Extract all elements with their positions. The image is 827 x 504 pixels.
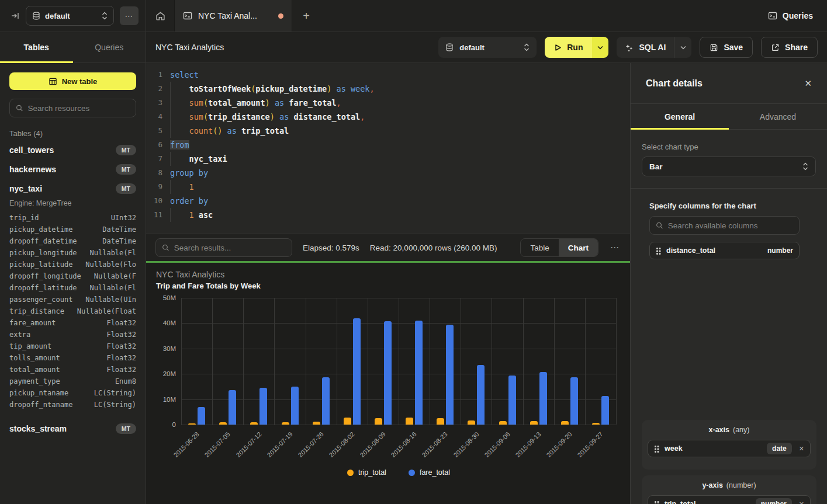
column-name: trip_distance [9, 307, 64, 315]
gridline-v [337, 298, 337, 425]
results-toolbar: Elapsed: 0.579s Read: 20,000,000 rows (2… [146, 234, 630, 261]
tab-general[interactable]: General [631, 104, 729, 129]
bar-fare_total [229, 390, 236, 425]
sidebar: New table Tables (4) cell_towers MT hack… [0, 63, 146, 504]
elapsed-stat: Elapsed: 0.579s [303, 244, 359, 252]
legend-dot [347, 470, 354, 476]
share-icon [771, 43, 780, 52]
home-icon[interactable] [146, 0, 174, 32]
column-row-tip_amount: tip_amountFloat32 [9, 340, 136, 352]
x-axis-box: x-axis(any) weekdate✕ [642, 420, 816, 470]
save-button[interactable]: Save [700, 37, 753, 58]
database-icon [32, 12, 40, 20]
column-row-fare_amount: fare_amountFloat32 [9, 317, 136, 329]
sidebar-more-button[interactable]: ⋯ [120, 6, 139, 25]
bar-trip_total [188, 423, 196, 425]
gridline-v [461, 298, 461, 425]
new-table-button[interactable]: New table [9, 72, 136, 90]
line-number: 7 [146, 152, 162, 166]
view-chart-button[interactable]: Chart [559, 239, 598, 256]
line-number: 10 [146, 194, 162, 208]
editor-line-11: 11 1 asc [146, 208, 630, 222]
tab-queries[interactable]: Queries [73, 32, 146, 62]
x-tick-label: 2015-09-20 [545, 430, 573, 458]
gridline-v [306, 298, 306, 425]
sidebar-database-select[interactable]: default [26, 6, 114, 26]
line-number: 3 [146, 96, 162, 110]
run-options-button[interactable] [592, 37, 608, 58]
updown-chevron-icon [524, 43, 530, 51]
query-terminal-icon [183, 11, 192, 20]
tab-tables[interactable]: Tables [0, 32, 73, 62]
editor-line-3: 3 sum(total_amount) as fare_total, [146, 96, 630, 110]
line-number: 5 [146, 124, 162, 138]
column-chip-distance_total[interactable]: distance_totalnumber [649, 242, 800, 259]
collapse-sidebar-icon[interactable] [11, 11, 20, 20]
column-row-tolls_amount: tolls_amountFloat32 [9, 352, 136, 364]
bar-fare_total [198, 407, 205, 425]
drag-handle-icon[interactable] [656, 247, 660, 254]
results-search-input[interactable] [174, 244, 286, 252]
column-name: pickup_longitude [9, 249, 77, 257]
results-more-button[interactable]: ⋯ [609, 242, 621, 253]
panel-body: Select chart type Bar Specify columns fo… [631, 130, 827, 504]
drag-handle-icon[interactable] [654, 500, 659, 504]
bar-trip_total [437, 418, 444, 425]
sql-ai-button[interactable]: SQL AI [617, 37, 674, 58]
column-row-dropoff_ntaname: dropoff_ntanameLC(String) [9, 399, 136, 411]
toolbar-database-select[interactable]: default [438, 37, 537, 58]
table-row-stocks-stream[interactable]: stocks_stream MT [9, 419, 136, 438]
x-tick-label: 2015-08-23 [421, 430, 449, 458]
column-row-dropoff_latitude: dropoff_latitudeNullable(Fl [9, 282, 136, 294]
table-icon [49, 77, 57, 86]
column-chip-trip_total[interactable]: trip_totalnumber✕ [648, 495, 811, 504]
tab-nyc-taxi-analytics[interactable]: NYC Taxi Anal... [174, 0, 292, 32]
queries-button[interactable]: Queries [754, 0, 827, 32]
sidebar-search [9, 99, 136, 117]
legend-item-fare_total[interactable]: fare_total [409, 468, 450, 477]
sql-editor[interactable]: 1select2 toStartOfWeek(pickup_datetime) … [146, 63, 630, 234]
drag-handle-icon[interactable] [654, 445, 659, 452]
new-tab-button[interactable]: + [292, 0, 320, 32]
chart-type-select[interactable]: Bar [642, 157, 816, 176]
remove-icon[interactable]: ✕ [798, 500, 804, 504]
gridline-v [430, 298, 430, 425]
gridline-v [492, 298, 492, 425]
queries-terminal-icon [768, 11, 777, 20]
editor-line-4: 4 sum(trip_distance) as distance_total, [146, 110, 630, 124]
x-tick-label: 2015-07-12 [234, 430, 262, 458]
column-name: extra [9, 331, 30, 339]
column-type: Float32 [106, 366, 136, 374]
sidebar-search-input[interactable] [28, 104, 130, 113]
remove-icon[interactable]: ✕ [798, 445, 804, 453]
y-axis-box: y-axis(number) trip_totalnumber✕fare_tot… [642, 475, 816, 504]
bar-fare_total [477, 365, 485, 425]
x-tick-label: 2015-08-16 [390, 430, 418, 458]
share-button[interactable]: Share [761, 37, 818, 58]
search-icon [162, 244, 169, 252]
bar-trip_total [499, 421, 507, 425]
table-row-nyc-taxi[interactable]: nyc_taxi MT [9, 179, 136, 198]
bar-trip_total [375, 418, 382, 425]
editor-line-10: 10order by [146, 194, 630, 208]
sql-ai-options-button[interactable] [674, 37, 691, 58]
table-row-hackernews[interactable]: hackernews MT [9, 159, 136, 179]
view-table-button[interactable]: Table [521, 239, 558, 256]
gridline-v [181, 298, 182, 425]
column-type: LC(String) [94, 389, 136, 397]
legend-item-trip_total[interactable]: trip_total [347, 468, 386, 477]
close-icon[interactable]: ✕ [804, 78, 812, 89]
line-number: 6 [146, 138, 162, 152]
bar-trip_total [250, 422, 258, 425]
engine-badge: MT [116, 423, 136, 434]
tab-advanced[interactable]: Advanced [729, 104, 827, 129]
bar-fare_total [508, 376, 516, 425]
column-type: Nullable(Fl [90, 249, 136, 257]
columns-search-input[interactable] [668, 221, 793, 230]
gridline-v [274, 298, 275, 425]
column-type: UInt32 [111, 214, 136, 222]
table-row-cell-towers[interactable]: cell_towers MT [9, 140, 136, 159]
run-button[interactable]: Run [545, 37, 592, 58]
column-chip-week[interactable]: weekdate✕ [648, 440, 811, 457]
column-type: Nullable(Fl [90, 284, 136, 292]
